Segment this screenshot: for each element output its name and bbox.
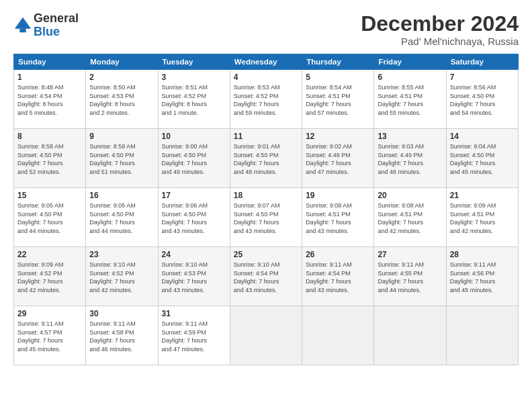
day-number: 12 — [306, 132, 370, 141]
day-number: 20 — [378, 191, 442, 200]
day-cell: 30Sunrise: 9:11 AM Sunset: 4:58 PM Dayli… — [86, 306, 158, 365]
header-row: SundayMondayTuesdayWednesdayThursdayFrid… — [14, 54, 519, 70]
day-number: 9 — [89, 132, 154, 141]
col-header-saturday: Saturday — [446, 54, 518, 70]
week-row-2: 8Sunrise: 8:58 AM Sunset: 4:50 PM Daylig… — [14, 129, 519, 188]
day-info: Sunrise: 9:05 AM Sunset: 4:50 PM Dayligh… — [89, 201, 154, 235]
day-number: 23 — [89, 250, 154, 259]
day-number: 6 — [378, 73, 442, 82]
day-number: 3 — [162, 73, 226, 82]
col-header-tuesday: Tuesday — [158, 54, 230, 70]
day-info: Sunrise: 8:59 AM Sunset: 4:50 PM Dayligh… — [89, 142, 154, 176]
day-info: Sunrise: 9:03 AM Sunset: 4:49 PM Dayligh… — [378, 142, 442, 176]
day-number: 27 — [378, 250, 442, 259]
day-number: 31 — [162, 309, 226, 318]
day-cell: 3Sunrise: 8:51 AM Sunset: 4:52 PM Daylig… — [158, 70, 230, 129]
day-info: Sunrise: 8:56 AM Sunset: 4:50 PM Dayligh… — [450, 83, 515, 117]
day-info: Sunrise: 9:08 AM Sunset: 4:51 PM Dayligh… — [306, 201, 370, 235]
day-cell — [374, 306, 446, 365]
day-info: Sunrise: 9:07 AM Sunset: 4:50 PM Dayligh… — [234, 201, 298, 235]
day-cell: 16Sunrise: 9:05 AM Sunset: 4:50 PM Dayli… — [86, 188, 158, 247]
day-number: 13 — [378, 132, 442, 141]
day-info: Sunrise: 9:00 AM Sunset: 4:50 PM Dayligh… — [162, 142, 226, 176]
day-info: Sunrise: 9:04 AM Sunset: 4:50 PM Dayligh… — [450, 142, 515, 176]
day-number: 17 — [162, 191, 226, 200]
day-number: 14 — [450, 132, 515, 141]
week-row-4: 22Sunrise: 9:09 AM Sunset: 4:52 PM Dayli… — [14, 247, 519, 306]
logo: General Blue — [13, 12, 79, 39]
day-info: Sunrise: 8:50 AM Sunset: 4:53 PM Dayligh… — [89, 83, 154, 117]
day-number: 4 — [234, 73, 298, 82]
day-cell: 13Sunrise: 9:03 AM Sunset: 4:49 PM Dayli… — [374, 129, 446, 188]
day-cell: 31Sunrise: 9:11 AM Sunset: 4:59 PM Dayli… — [158, 306, 230, 365]
col-header-monday: Monday — [86, 54, 158, 70]
week-row-5: 29Sunrise: 9:11 AM Sunset: 4:57 PM Dayli… — [14, 306, 519, 365]
day-cell: 28Sunrise: 9:11 AM Sunset: 4:56 PM Dayli… — [446, 247, 518, 306]
day-cell: 29Sunrise: 9:11 AM Sunset: 4:57 PM Dayli… — [14, 306, 86, 365]
day-number: 29 — [17, 309, 82, 318]
day-info: Sunrise: 8:53 AM Sunset: 4:52 PM Dayligh… — [234, 83, 298, 117]
day-cell: 12Sunrise: 9:02 AM Sunset: 4:49 PM Dayli… — [302, 129, 374, 188]
day-info: Sunrise: 8:54 AM Sunset: 4:51 PM Dayligh… — [306, 83, 370, 117]
week-row-1: 1Sunrise: 8:48 AM Sunset: 4:54 PM Daylig… — [14, 70, 519, 129]
day-cell — [302, 306, 374, 365]
day-cell: 5Sunrise: 8:54 AM Sunset: 4:51 PM Daylig… — [302, 70, 374, 129]
day-info: Sunrise: 9:10 AM Sunset: 4:52 PM Dayligh… — [89, 261, 154, 294]
day-cell: 11Sunrise: 9:01 AM Sunset: 4:50 PM Dayli… — [230, 129, 302, 188]
day-cell: 14Sunrise: 9:04 AM Sunset: 4:50 PM Dayli… — [446, 129, 518, 188]
day-cell: 6Sunrise: 8:55 AM Sunset: 4:51 PM Daylig… — [374, 70, 446, 129]
day-number: 18 — [234, 191, 298, 200]
day-cell: 4Sunrise: 8:53 AM Sunset: 4:52 PM Daylig… — [230, 70, 302, 129]
logo-blue: Blue — [34, 26, 79, 39]
day-number: 11 — [234, 132, 298, 141]
col-header-thursday: Thursday — [302, 54, 374, 70]
day-number: 25 — [234, 250, 298, 259]
calendar-subtitle: Pad' Mel'nichnaya, Russia — [361, 36, 519, 47]
day-number: 10 — [162, 132, 226, 141]
day-info: Sunrise: 9:10 AM Sunset: 4:53 PM Dayligh… — [162, 261, 226, 294]
day-cell — [230, 306, 302, 365]
day-info: Sunrise: 9:01 AM Sunset: 4:50 PM Dayligh… — [234, 142, 298, 176]
day-cell: 15Sunrise: 9:05 AM Sunset: 4:50 PM Dayli… — [14, 188, 86, 247]
day-number: 8 — [17, 132, 82, 141]
day-number: 1 — [17, 73, 82, 82]
day-info: Sunrise: 9:11 AM Sunset: 4:56 PM Dayligh… — [450, 261, 515, 294]
day-number: 30 — [89, 309, 154, 318]
day-cell: 9Sunrise: 8:59 AM Sunset: 4:50 PM Daylig… — [86, 129, 158, 188]
day-info: Sunrise: 9:11 AM Sunset: 4:58 PM Dayligh… — [89, 320, 154, 353]
col-header-sunday: Sunday — [14, 54, 86, 70]
day-info: Sunrise: 9:09 AM Sunset: 4:52 PM Dayligh… — [17, 261, 82, 294]
day-cell: 18Sunrise: 9:07 AM Sunset: 4:50 PM Dayli… — [230, 188, 302, 247]
day-info: Sunrise: 9:09 AM Sunset: 4:51 PM Dayligh… — [450, 201, 515, 235]
day-cell: 25Sunrise: 9:10 AM Sunset: 4:54 PM Dayli… — [230, 247, 302, 306]
day-cell — [446, 306, 518, 365]
day-info: Sunrise: 9:11 AM Sunset: 4:54 PM Dayligh… — [306, 261, 370, 294]
day-cell: 8Sunrise: 8:58 AM Sunset: 4:50 PM Daylig… — [14, 129, 86, 188]
logo-general: General — [34, 12, 79, 26]
day-number: 15 — [17, 191, 82, 200]
day-cell: 24Sunrise: 9:10 AM Sunset: 4:53 PM Dayli… — [158, 247, 230, 306]
header: General Blue December 2024 Pad' Mel'nich… — [13, 12, 519, 47]
day-cell: 22Sunrise: 9:09 AM Sunset: 4:52 PM Dayli… — [14, 247, 86, 306]
week-row-3: 15Sunrise: 9:05 AM Sunset: 4:50 PM Dayli… — [14, 188, 519, 247]
day-number: 21 — [450, 191, 515, 200]
day-cell: 27Sunrise: 9:11 AM Sunset: 4:55 PM Dayli… — [374, 247, 446, 306]
col-header-friday: Friday — [374, 54, 446, 70]
day-cell: 23Sunrise: 9:10 AM Sunset: 4:52 PM Dayli… — [86, 247, 158, 306]
day-number: 2 — [89, 73, 154, 82]
day-info: Sunrise: 9:08 AM Sunset: 4:51 PM Dayligh… — [378, 201, 442, 235]
svg-rect-1 — [19, 28, 26, 32]
day-info: Sunrise: 9:11 AM Sunset: 4:57 PM Dayligh… — [17, 320, 82, 353]
col-header-wednesday: Wednesday — [230, 54, 302, 70]
day-info: Sunrise: 9:11 AM Sunset: 4:59 PM Dayligh… — [162, 320, 226, 353]
day-info: Sunrise: 9:02 AM Sunset: 4:49 PM Dayligh… — [306, 142, 370, 176]
day-cell: 10Sunrise: 9:00 AM Sunset: 4:50 PM Dayli… — [158, 129, 230, 188]
day-info: Sunrise: 9:05 AM Sunset: 4:50 PM Dayligh… — [17, 201, 82, 235]
day-cell: 7Sunrise: 8:56 AM Sunset: 4:50 PM Daylig… — [446, 70, 518, 129]
day-number: 28 — [450, 250, 515, 259]
day-cell: 19Sunrise: 9:08 AM Sunset: 4:51 PM Dayli… — [302, 188, 374, 247]
day-info: Sunrise: 8:55 AM Sunset: 4:51 PM Dayligh… — [378, 83, 442, 117]
day-cell: 20Sunrise: 9:08 AM Sunset: 4:51 PM Dayli… — [374, 188, 446, 247]
logo-text: General Blue — [34, 12, 79, 39]
day-cell: 21Sunrise: 9:09 AM Sunset: 4:51 PM Dayli… — [446, 188, 518, 247]
